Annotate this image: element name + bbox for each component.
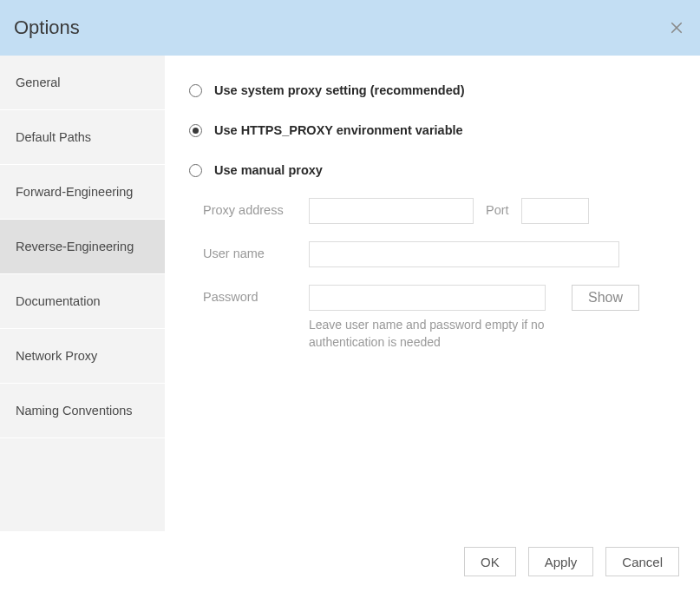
sidebar-item-label: Documentation	[16, 294, 101, 308]
show-password-button[interactable]: Show	[572, 285, 639, 311]
manual-proxy-form: Proxy address Port User name Password Sh…	[189, 198, 676, 352]
proxy-option-label: Use manual proxy	[214, 163, 323, 177]
sidebar-item-default-paths[interactable]: Default Paths	[0, 110, 165, 165]
dialog-title: Options	[14, 16, 80, 39]
proxy-auth-hint: Leave user name and password empty if no…	[309, 316, 560, 352]
sidebar-item-label: Reverse-Engineering	[16, 240, 134, 253]
proxy-password-input[interactable]	[309, 285, 546, 311]
sidebar-item-label: General	[16, 76, 61, 89]
sidebar: GeneralDefault PathsForward-EngineeringR…	[0, 56, 165, 531]
sidebar-item-label: Naming Conventions	[16, 404, 133, 418]
sidebar-item-general[interactable]: General	[0, 56, 165, 110]
radio-icon[interactable]	[189, 164, 202, 177]
proxy-password-row: Password Show Leave user name and passwo…	[203, 285, 676, 352]
sidebar-item-naming-conventions[interactable]: Naming Conventions	[0, 384, 165, 438]
proxy-port-input[interactable]	[521, 198, 589, 224]
dialog-footer: OK Apply Cancel	[0, 531, 700, 592]
radio-icon[interactable]	[189, 84, 202, 97]
proxy-address-input[interactable]	[309, 198, 474, 224]
titlebar: Options	[0, 0, 700, 56]
sidebar-item-network-proxy[interactable]: Network Proxy	[0, 329, 165, 384]
sidebar-item-documentation[interactable]: Documentation	[0, 274, 165, 329]
sidebar-item-label: Default Paths	[16, 130, 91, 144]
close-icon[interactable]	[669, 20, 684, 36]
sidebar-item-forward-engineering[interactable]: Forward-Engineering	[0, 165, 165, 220]
apply-button[interactable]: Apply	[528, 547, 594, 576]
sidebar-item-label: Network Proxy	[16, 349, 97, 363]
cancel-button[interactable]: Cancel	[605, 547, 679, 576]
options-dialog: Options GeneralDefault PathsForward-Engi…	[0, 0, 700, 592]
proxy-user-label: User name	[203, 241, 297, 260]
dialog-body: GeneralDefault PathsForward-EngineeringR…	[0, 56, 700, 531]
sidebar-item-label: Forward-Engineering	[16, 185, 133, 199]
ok-button[interactable]: OK	[464, 547, 516, 576]
content-panel: Use system proxy setting (recommended)Us…	[165, 56, 700, 531]
proxy-option-env[interactable]: Use HTTPS_PROXY environment variable	[189, 123, 676, 137]
proxy-password-label: Password	[203, 285, 297, 304]
proxy-address-row: Proxy address Port	[203, 198, 676, 224]
proxy-option-label: Use system proxy setting (recommended)	[214, 83, 464, 97]
sidebar-item-reverse-engineering[interactable]: Reverse-Engineering	[0, 220, 165, 274]
proxy-user-input[interactable]	[309, 241, 619, 267]
proxy-user-row: User name	[203, 241, 676, 267]
proxy-port-label: Port	[486, 198, 509, 217]
proxy-address-label: Proxy address	[203, 198, 297, 217]
radio-icon[interactable]	[189, 124, 202, 137]
proxy-option-manual[interactable]: Use manual proxy	[189, 163, 676, 177]
proxy-option-system[interactable]: Use system proxy setting (recommended)	[189, 83, 676, 97]
proxy-option-label: Use HTTPS_PROXY environment variable	[214, 123, 463, 137]
